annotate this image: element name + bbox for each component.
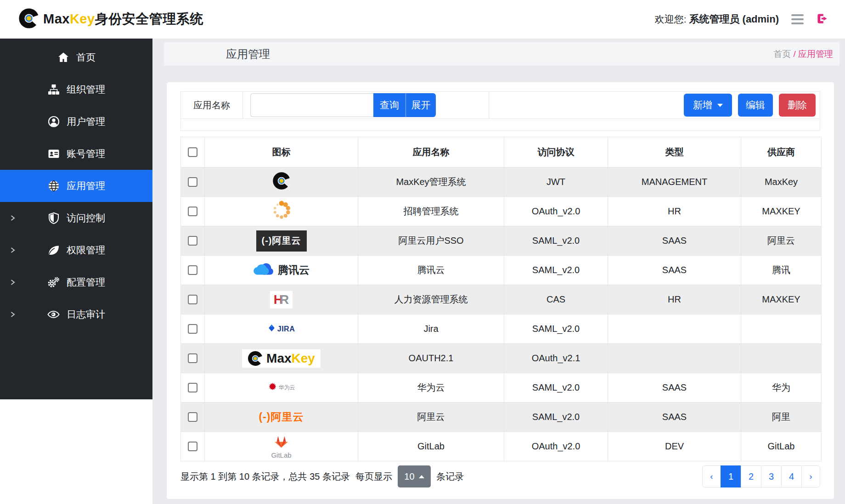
chevron-right-icon xyxy=(9,214,16,222)
jira-glyph-icon xyxy=(268,324,276,334)
row-checkbox[interactable] xyxy=(188,353,197,363)
sidebar-item-config[interactable]: 配置管理 xyxy=(0,266,152,298)
jira-logo: JIRA xyxy=(268,324,295,334)
breadcrumb-home[interactable]: 首页 xyxy=(773,49,791,59)
type-cell xyxy=(608,344,741,373)
app-name-cell: 阿里云用户SSO xyxy=(358,226,504,256)
app-name-cell: 华为云 xyxy=(358,373,504,403)
vendor-cell: 阿里 xyxy=(741,403,822,432)
sidebar-item-app[interactable]: 应用管理 xyxy=(0,170,152,202)
table-row[interactable]: GitLabGitLabOAuth_v2.0DEVGitLab xyxy=(181,432,822,461)
page-button-4[interactable]: 4 xyxy=(781,465,802,487)
type-cell: MANAGEMENT xyxy=(608,168,741,197)
welcome-text: 欢迎您: 系统管理员 (admin) xyxy=(655,12,779,26)
sidebar-item-perm[interactable]: 权限管理 xyxy=(0,234,152,266)
delete-button[interactable]: 删除 xyxy=(779,94,816,117)
table-row[interactable]: (-)阿里云阿里云用户SSOSAML_v2.0SAAS阿里云 xyxy=(181,226,822,256)
table-row[interactable]: MaxKey管理系统JWTMANAGEMENTMaxKey xyxy=(181,168,822,197)
app-name-cell: 招聘管理系统 xyxy=(358,197,504,226)
pagination-prev-button[interactable]: ‹ xyxy=(702,465,721,487)
page-button-2[interactable]: 2 xyxy=(741,465,761,487)
eye-icon xyxy=(47,308,60,320)
huawei-flower-icon xyxy=(268,382,277,393)
menu-toggle-icon[interactable] xyxy=(791,14,804,24)
brand: MaxKey身份安全管理系统 xyxy=(18,8,203,31)
select-all-checkbox[interactable] xyxy=(188,147,197,157)
page-button-1[interactable]: 1 xyxy=(721,465,741,487)
vendor-cell: MAXKEY xyxy=(741,197,822,226)
pagination: ‹1234› xyxy=(702,465,820,487)
column-header: 类型 xyxy=(608,137,741,168)
huawei-cloud-logo: 华为云 xyxy=(268,382,295,393)
column-header: 应用名称 xyxy=(358,137,504,168)
content-card: 应用名称 查询 展开 新增 编辑 删除 xyxy=(166,82,834,499)
protocol-cell: OAuth_v2.0 xyxy=(504,432,608,461)
sidebar-item-audit[interactable]: 日志审计 xyxy=(0,298,152,330)
alibaba-cloud-dark-logo: (-)阿里云 xyxy=(256,230,307,252)
column-header: 供应商 xyxy=(741,137,822,168)
sidebar-item-home[interactable]: 首页 xyxy=(0,41,152,73)
cogs-icon xyxy=(47,276,60,288)
table-row[interactable]: MaxKeyOAUTH2.1OAuth_v2.1 xyxy=(181,344,822,373)
row-checkbox[interactable] xyxy=(188,295,197,304)
sidebar-item-user[interactable]: 用户管理 xyxy=(0,106,152,138)
type-cell: DEV xyxy=(608,432,741,461)
page-size-select[interactable]: 10 xyxy=(398,465,431,487)
search-label: 应用名称 xyxy=(181,92,243,118)
add-button[interactable]: 新增 xyxy=(684,94,732,117)
row-checkbox[interactable] xyxy=(188,236,197,246)
query-button[interactable]: 查询 xyxy=(373,93,406,117)
type-cell: SAAS xyxy=(608,256,741,285)
row-checkbox[interactable] xyxy=(188,442,197,451)
sidebar-item-label: 用户管理 xyxy=(67,115,105,128)
logout-icon[interactable] xyxy=(816,12,828,27)
type-cell: HR xyxy=(608,197,741,226)
breadcrumb-current: 应用管理 xyxy=(798,49,833,59)
sidebar-item-label: 日志审计 xyxy=(67,308,105,321)
app-name-cell: 人力资源管理系统 xyxy=(358,285,504,314)
top-bar: MaxKey身份安全管理系统 欢迎您: 系统管理员 (admin) xyxy=(0,0,845,39)
expand-button[interactable]: 展开 xyxy=(406,93,436,117)
row-checkbox[interactable] xyxy=(188,324,197,334)
vendor-cell: MaxKey xyxy=(741,168,822,197)
showing-text: 显示第 1 到第 10 条记录，总共 35 条记录 xyxy=(180,470,350,483)
table-row[interactable]: 华为云华为云SAML_v2.0SAAS华为 xyxy=(181,373,822,403)
vendor-cell xyxy=(741,344,822,373)
search-input[interactable] xyxy=(250,93,373,117)
current-username: 系统管理员 (admin) xyxy=(689,13,779,25)
sidebar-item-label: 访问控制 xyxy=(67,212,105,224)
sidebar-item-label: 配置管理 xyxy=(67,276,105,289)
table-row[interactable]: (-)阿里云阿里云SAML_v2.0SAAS阿里 xyxy=(181,403,822,432)
protocol-cell: SAML_v2.0 xyxy=(504,373,608,403)
sidebar-item-org[interactable]: 组织管理 xyxy=(0,73,152,106)
protocol-cell: SAML_v2.0 xyxy=(504,314,608,344)
table-row[interactable]: 腾讯云腾讯云SAML_v2.0SAAS腾讯 xyxy=(181,256,822,285)
pagination-next-button[interactable]: › xyxy=(801,465,820,487)
row-checkbox[interactable] xyxy=(188,207,197,216)
loading-spinner-icon xyxy=(271,200,292,223)
vendor-cell: MAXKEY xyxy=(741,285,822,314)
leaf-icon xyxy=(47,244,60,256)
idcard-icon xyxy=(47,148,60,160)
vendor-cell: 腾讯 xyxy=(741,256,822,285)
sidebar-item-access[interactable]: 访问控制 xyxy=(0,202,152,234)
row-checkbox[interactable] xyxy=(188,412,197,422)
table-row[interactable]: 招聘管理系统OAuth_v2.0HRMAXKEY xyxy=(181,197,822,226)
row-checkbox[interactable] xyxy=(188,265,197,275)
page-button-3[interactable]: 3 xyxy=(761,465,782,487)
sidebar-item-account[interactable]: 账号管理 xyxy=(0,138,152,170)
sidebar-item-label: 账号管理 xyxy=(67,147,105,160)
protocol-cell: CAS xyxy=(504,285,608,314)
edit-button[interactable]: 编辑 xyxy=(738,94,773,117)
row-checkbox[interactable] xyxy=(188,383,197,392)
maxkey-wide-logo: MaxKey xyxy=(242,349,321,368)
table-row[interactable]: HR人力资源管理系统CASHRMAXKEY xyxy=(181,285,822,314)
row-checkbox[interactable] xyxy=(188,177,197,187)
protocol-cell: SAML_v2.0 xyxy=(504,226,608,256)
shield-icon xyxy=(47,212,60,224)
table-row[interactable]: JIRAJiraSAML_v2.0 xyxy=(181,314,822,344)
sidebar-item-label: 权限管理 xyxy=(67,244,105,257)
chevron-right-icon xyxy=(9,246,16,254)
sidebar: 首页组织管理用户管理账号管理应用管理访问控制权限管理配置管理日志审计 xyxy=(0,39,152,399)
toolbar-sub-strip xyxy=(180,119,820,131)
